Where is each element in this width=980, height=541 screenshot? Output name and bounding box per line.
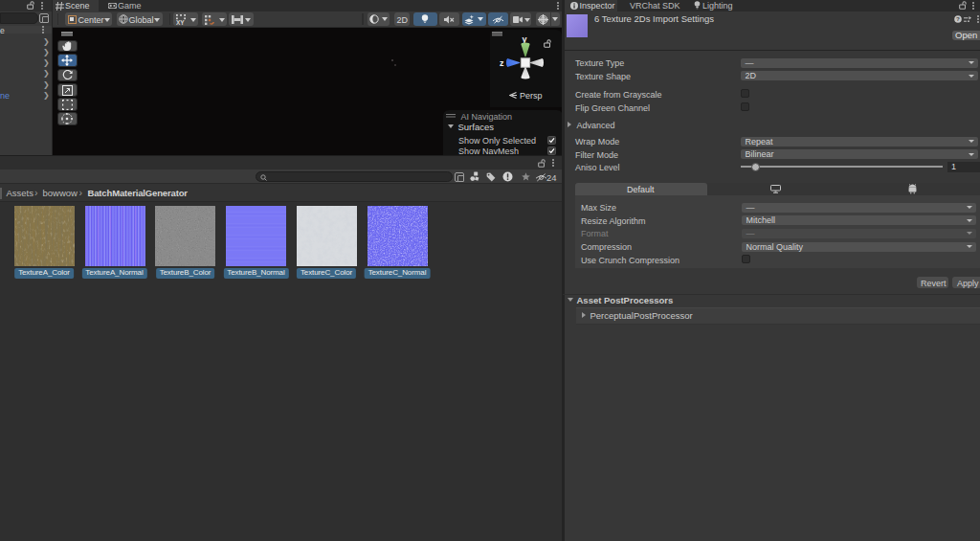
svg-text:?: ? (956, 15, 960, 22)
svg-text:XY: XY (176, 19, 185, 26)
